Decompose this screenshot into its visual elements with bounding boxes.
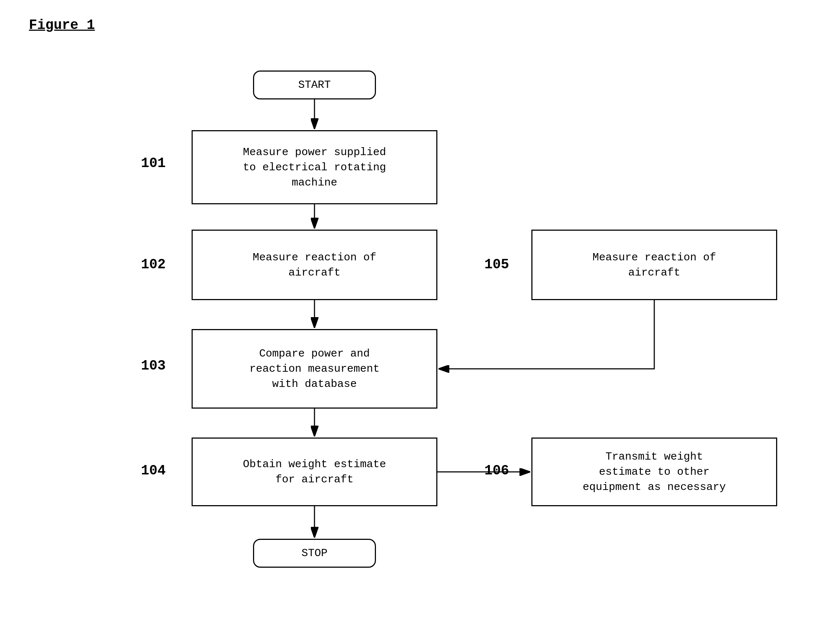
stop-box: STOP <box>253 539 376 568</box>
box-104: Obtain weight estimate for aircraft <box>191 437 438 506</box>
label-102: 102 <box>141 257 165 272</box>
label-101: 101 <box>141 155 165 171</box>
start-label: START <box>298 79 331 91</box>
box-105: Measure reaction of aircraft <box>531 230 777 300</box>
page-title: Figure 1 <box>29 17 95 33</box>
box-101: Measure power supplied to electrical rot… <box>191 130 438 204</box>
box-102-label: Measure reaction of aircraft <box>253 250 376 280</box>
label-105: 105 <box>484 257 509 272</box>
flowchart-arrows <box>0 0 822 644</box>
box-104-label: Obtain weight estimate for aircraft <box>243 457 386 487</box>
label-104: 104 <box>141 463 165 478</box>
start-box: START <box>253 71 376 100</box>
box-103-label: Compare power and reaction measurement w… <box>250 346 380 392</box>
label-106: 106 <box>484 463 509 478</box>
box-102: Measure reaction of aircraft <box>191 230 438 300</box>
box-103: Compare power and reaction measurement w… <box>191 329 438 409</box>
box-101-label: Measure power supplied to electrical rot… <box>243 145 386 190</box>
stop-label: STOP <box>302 547 328 560</box>
box-105-label: Measure reaction of aircraft <box>592 250 716 280</box>
label-103: 103 <box>141 358 165 374</box>
box-106-label: Transmit weight estimate to other equipm… <box>583 449 726 495</box>
box-106: Transmit weight estimate to other equipm… <box>531 437 777 506</box>
